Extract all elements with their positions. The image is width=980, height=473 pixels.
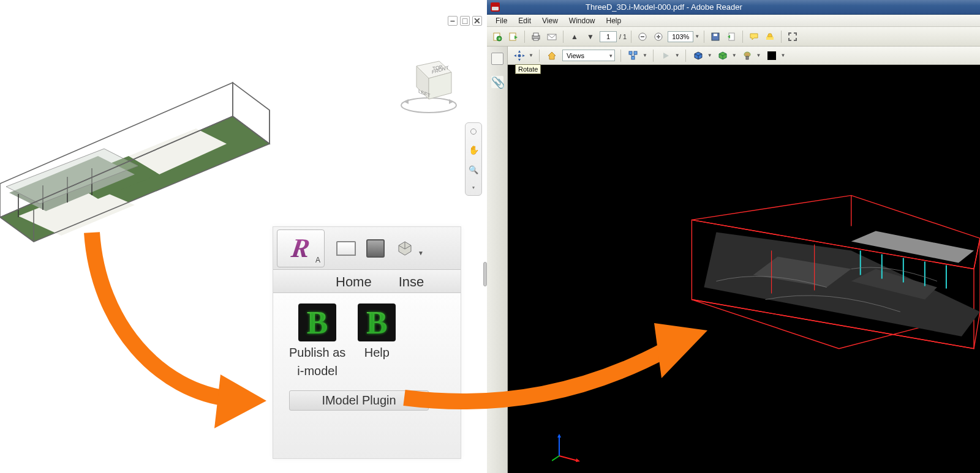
svg-line-66	[974, 238, 980, 269]
menu-view[interactable]: View	[537, 17, 563, 25]
svg-point-49	[518, 54, 521, 57]
page-total-label: / 1	[619, 33, 627, 40]
find-previous-icon[interactable]	[725, 30, 738, 43]
svg-text:+: +	[498, 36, 501, 42]
model-tree-dropdown-icon[interactable]: ▼	[643, 53, 647, 58]
model-tree-icon[interactable]	[627, 49, 640, 62]
file-export-icon[interactable]	[507, 30, 520, 43]
workspace: 📎 ▼ Views ▼ ▼ ▼ ▼ ▼ ▼ Rotate	[487, 47, 980, 473]
comment-icon[interactable]	[747, 30, 761, 43]
svg-rect-52	[634, 51, 637, 54]
zoom-out-icon[interactable]	[636, 30, 649, 43]
steering-wheel-icon[interactable]	[470, 128, 477, 135]
play-dropdown-icon[interactable]: ▼	[675, 53, 680, 58]
svg-marker-46	[518, 59, 521, 61]
quick-access-toolbar: R A ▼	[273, 227, 461, 270]
sync-icon[interactable]	[394, 238, 415, 259]
maximize-button[interactable]: □	[460, 16, 470, 26]
color-swatch-icon[interactable]	[765, 49, 778, 62]
navigation-bar[interactable]: ✋ 🔍 ▾	[465, 122, 482, 196]
pan-icon[interactable]: ✋	[469, 145, 479, 155]
light-icon[interactable]	[741, 49, 754, 62]
publish-label-1: Publish as	[289, 345, 345, 360]
print-icon[interactable]	[529, 30, 543, 43]
viewcube[interactable]: TOP LEFT FRONT	[395, 49, 462, 116]
main-toolbar: + ▲ ▼ / 1 ▼	[487, 27, 980, 47]
light-dropdown-icon[interactable]: ▼	[756, 53, 761, 58]
cube-green-icon[interactable]	[716, 49, 729, 62]
rotate-tool-button[interactable]	[513, 49, 526, 62]
home-view-icon[interactable]	[545, 49, 559, 62]
svg-marker-56	[663, 53, 669, 59]
tab-home[interactable]: Home	[331, 272, 377, 292]
nav-more-icon[interactable]: ▾	[472, 185, 475, 190]
svg-marker-84	[576, 458, 580, 462]
cube-green-dropdown-icon[interactable]: ▼	[732, 53, 737, 58]
adobe-reader-icon	[491, 2, 500, 12]
rotate-dropdown-icon[interactable]: ▼	[529, 53, 533, 58]
svg-point-15	[401, 98, 456, 113]
zoom-input[interactable]	[668, 31, 693, 42]
adobe-reader-window: ThreeD_3D.i-Model-000.pdf - Adobe Reader…	[487, 0, 980, 473]
svg-marker-82	[557, 434, 561, 438]
play-icon[interactable]	[659, 49, 673, 62]
bentley-icon: B	[358, 304, 396, 341]
application-menu-button[interactable]: R A	[277, 229, 325, 267]
3d-viewer[interactable]	[508, 65, 980, 473]
attachments-panel-icon[interactable]: 📎	[491, 76, 503, 88]
file-add-icon[interactable]: +	[491, 30, 504, 43]
svg-marker-45	[518, 50, 521, 53]
tab-insert[interactable]: Inse	[394, 272, 429, 292]
window-controls: – □ ✕	[448, 16, 482, 26]
axis-gizmo	[552, 431, 582, 462]
ribbon-panel: B Publish as i-model B Help IModel Plugi…	[273, 293, 461, 458]
svg-line-85	[552, 456, 559, 461]
email-icon[interactable]	[545, 30, 559, 43]
titlebar[interactable]: ThreeD_3D.i-Model-000.pdf - Adobe Reader	[487, 0, 980, 15]
svg-rect-62	[746, 56, 748, 59]
help-button[interactable]: B Help	[358, 304, 396, 378]
zoom-icon[interactable]: 🔍	[469, 165, 478, 174]
close-button[interactable]: ✕	[472, 16, 482, 26]
svg-marker-48	[522, 54, 525, 57]
revit-3d-model[interactable]	[0, 58, 282, 248]
app-button-caption: A	[315, 256, 320, 264]
page-number-input[interactable]	[600, 31, 617, 42]
menu-edit[interactable]: Edit	[513, 17, 536, 25]
save-icon[interactable]	[365, 238, 386, 259]
qat-dropdown-icon[interactable]: ▼	[418, 250, 424, 256]
menu-file[interactable]: File	[491, 17, 512, 25]
page-down-icon[interactable]: ▼	[584, 30, 597, 43]
open-icon[interactable]	[336, 238, 356, 259]
cube-blue-icon[interactable]	[692, 49, 705, 62]
pages-panel-icon[interactable]	[491, 53, 503, 65]
svg-rect-40	[714, 34, 717, 36]
svg-marker-20	[449, 99, 454, 104]
color-dropdown-icon[interactable]: ▼	[781, 53, 786, 58]
publish-label-2: i-model	[297, 363, 337, 378]
navigation-pane: 📎	[487, 47, 508, 473]
svg-marker-47	[514, 54, 516, 57]
highlight-icon[interactable]	[763, 30, 777, 43]
menu-help[interactable]: Help	[601, 17, 627, 25]
menu-window[interactable]: Window	[564, 17, 600, 25]
save-copy-icon[interactable]	[709, 30, 722, 43]
svg-marker-19	[404, 99, 409, 104]
minimize-button[interactable]: –	[448, 16, 458, 26]
svg-rect-51	[629, 51, 632, 54]
publish-imodel-button[interactable]: B Publish as i-model	[289, 304, 345, 378]
menubar: File Edit View Window Help	[487, 15, 980, 27]
svg-marker-44	[767, 34, 772, 37]
svg-rect-63	[767, 51, 776, 60]
cube-blue-dropdown-icon[interactable]: ▼	[707, 53, 712, 58]
page-up-icon[interactable]: ▲	[568, 30, 581, 43]
ribbon-tabs: Home Inse	[273, 270, 461, 293]
views-dropdown[interactable]: Views	[562, 50, 615, 61]
svg-rect-53	[631, 56, 635, 59]
zoom-in-icon[interactable]	[652, 30, 665, 43]
fullscreen-icon[interactable]	[786, 30, 799, 43]
panel-title: IModel Plugin	[289, 390, 429, 411]
svg-rect-31	[533, 33, 538, 36]
zoom-dropdown-icon[interactable]: ▼	[695, 34, 699, 39]
svg-line-83	[559, 456, 578, 461]
